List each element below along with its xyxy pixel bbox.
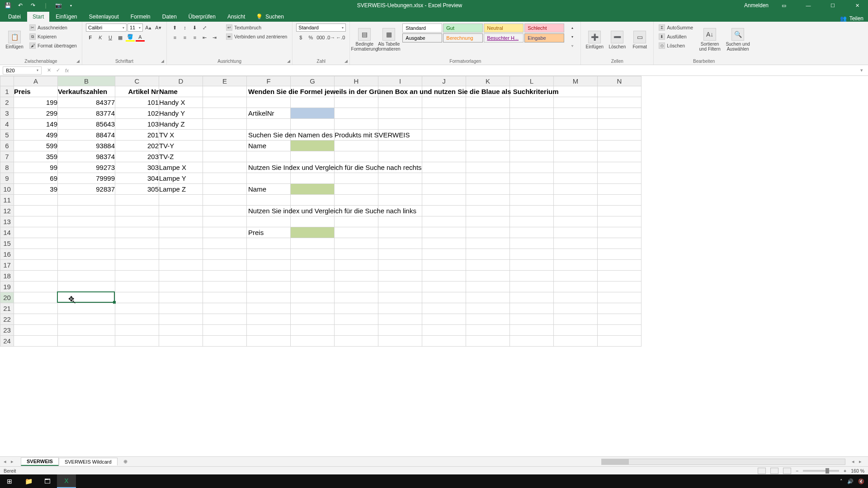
cell-A5[interactable]: 499 <box>14 130 58 141</box>
cell-N21[interactable] <box>598 303 642 314</box>
cell-E7[interactable] <box>203 151 247 162</box>
minimize-button[interactable]: — <box>799 0 817 11</box>
horizontal-scrollbar[interactable] <box>601 459 845 465</box>
cell-J12[interactable] <box>422 206 466 216</box>
cell-G18[interactable] <box>291 271 335 282</box>
share-button[interactable]: Teilen <box>849 15 863 22</box>
cell-B9[interactable]: 79999 <box>58 173 115 184</box>
cell-H4[interactable] <box>335 119 378 130</box>
zoom-thumb[interactable] <box>826 468 829 474</box>
cell-L3[interactable] <box>510 108 554 119</box>
cell-N16[interactable] <box>598 249 642 260</box>
cell-K5[interactable] <box>466 130 510 141</box>
cell-B22[interactable] <box>58 314 115 325</box>
cell-K15[interactable] <box>466 238 510 249</box>
cell-N17[interactable] <box>598 260 642 271</box>
cell-A17[interactable] <box>14 260 58 271</box>
row-header-2[interactable]: 2 <box>0 97 14 108</box>
cell-D2[interactable]: Handy X <box>159 97 203 108</box>
cell-C18[interactable] <box>115 271 159 282</box>
font-name-dropdown[interactable]: Calibri▾ <box>86 23 127 32</box>
cell-K11[interactable] <box>466 195 510 206</box>
cell-F24[interactable] <box>247 336 291 347</box>
cell-I14[interactable] <box>378 227 422 238</box>
cell-G17[interactable] <box>291 260 335 271</box>
sheet-nav-prev-icon[interactable]: ▸ <box>11 459 17 465</box>
style-bad[interactable]: Schlecht <box>524 23 564 33</box>
cell-F22[interactable] <box>247 314 291 325</box>
cell-B17[interactable] <box>58 260 115 271</box>
cell-K2[interactable] <box>466 97 510 108</box>
cell-F17[interactable] <box>247 260 291 271</box>
row-header-20[interactable]: 20 <box>0 292 14 303</box>
cell-B16[interactable] <box>58 249 115 260</box>
expand-formula-bar-icon[interactable]: ▾ <box>857 66 866 75</box>
percent-button[interactable]: % <box>306 33 315 42</box>
cell-J15[interactable] <box>422 238 466 249</box>
cell-L10[interactable] <box>510 184 554 195</box>
cell-overflow-F10[interactable]: Name <box>246 183 268 194</box>
row-header-19[interactable]: 19 <box>0 282 14 292</box>
cell-C14[interactable] <box>115 227 159 238</box>
cell-N4[interactable] <box>598 119 642 130</box>
cell-I6[interactable] <box>378 141 422 151</box>
cell-B12[interactable] <box>58 206 115 216</box>
cell-A18[interactable] <box>14 271 58 282</box>
cell-K22[interactable] <box>466 314 510 325</box>
cell-B24[interactable] <box>58 336 115 347</box>
cell-I10[interactable] <box>378 184 422 195</box>
cell-H2[interactable] <box>335 97 378 108</box>
ribbon-options-icon[interactable]: ▭ <box>775 0 793 11</box>
row-header-5[interactable]: 5 <box>0 130 14 141</box>
cell-K4[interactable] <box>466 119 510 130</box>
tray-expand-icon[interactable]: ˄ <box>840 479 843 484</box>
paste-button[interactable]: 📋 Einfügen <box>4 23 25 56</box>
cell-H21[interactable] <box>335 303 378 314</box>
cell-L17[interactable] <box>510 260 554 271</box>
cell-D17[interactable] <box>159 260 203 271</box>
cell-N5[interactable] <box>598 130 642 141</box>
enter-formula-icon[interactable]: ✓ <box>53 66 62 75</box>
close-button[interactable]: ✕ <box>848 0 866 11</box>
font-color-button[interactable]: A <box>136 33 145 42</box>
volume-icon[interactable]: 🔊 <box>847 479 854 484</box>
cell-F16[interactable] <box>247 249 291 260</box>
cell-A10[interactable]: 39 <box>14 184 58 195</box>
cell-J21[interactable] <box>422 303 466 314</box>
cell-G10[interactable] <box>291 184 335 195</box>
cell-G6[interactable] <box>291 141 335 151</box>
cell-E20[interactable] <box>203 292 247 303</box>
cell-M16[interactable] <box>554 249 598 260</box>
cell-D7[interactable]: TV-Z <box>159 151 203 162</box>
column-header-H[interactable]: H <box>335 76 378 86</box>
cell-L16[interactable] <box>510 249 554 260</box>
touch-mode-icon[interactable]: 📷 <box>54 1 62 9</box>
cell-F9[interactable] <box>247 173 291 184</box>
sign-in-link[interactable]: Anmelden <box>744 2 769 9</box>
cell-H9[interactable] <box>335 173 378 184</box>
column-header-F[interactable]: F <box>247 76 291 86</box>
cell-B14[interactable] <box>58 227 115 238</box>
cell-D23[interactable] <box>159 325 203 336</box>
cell-D15[interactable] <box>159 238 203 249</box>
cell-N2[interactable] <box>598 97 642 108</box>
cell-E2[interactable] <box>203 97 247 108</box>
styles-more-icon[interactable]: ▿ <box>568 42 577 50</box>
page-layout-view-button[interactable] <box>770 468 778 474</box>
cell-M14[interactable] <box>554 227 598 238</box>
tab-data[interactable]: Daten <box>157 12 182 22</box>
cell-A13[interactable] <box>14 216 58 227</box>
styles-scroll-up-icon[interactable]: ▴ <box>568 23 577 32</box>
row-header-17[interactable]: 17 <box>0 260 14 271</box>
cell-overflow-F12[interactable]: Nutzen Sie index und Vergleich für die S… <box>246 205 418 216</box>
cell-K6[interactable] <box>466 141 510 151</box>
row-header-6[interactable]: 6 <box>0 141 14 151</box>
scrollbar-thumb[interactable] <box>602 459 629 465</box>
cell-K18[interactable] <box>466 271 510 282</box>
cell-N22[interactable] <box>598 314 642 325</box>
page-break-view-button[interactable] <box>783 468 791 474</box>
cell-A8[interactable]: 99 <box>14 162 58 173</box>
increase-indent-button[interactable]: ⇥ <box>210 33 219 42</box>
cell-M18[interactable] <box>554 271 598 282</box>
cell-N8[interactable] <box>598 162 642 173</box>
